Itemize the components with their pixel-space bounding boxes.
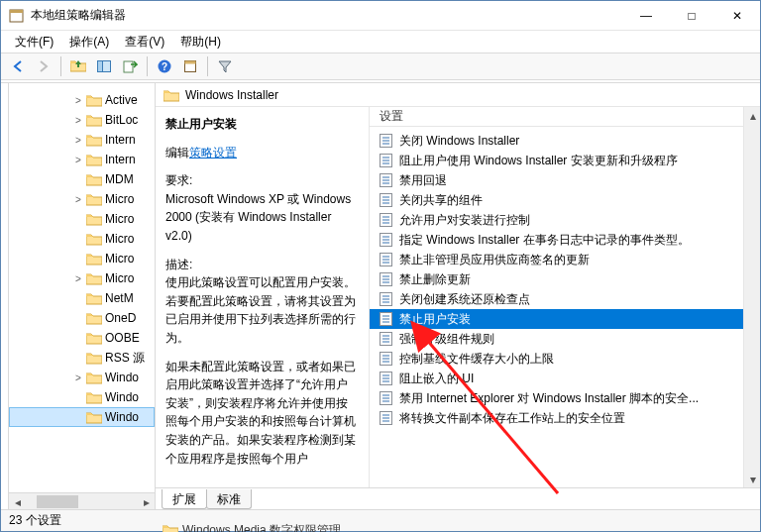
policy-item[interactable]: 将转换文件副本保存在工作站上的安全位置 xyxy=(370,408,743,428)
policy-item[interactable]: 强制升级组件规则 xyxy=(370,329,743,349)
policy-item[interactable]: 关闭 Windows Installer xyxy=(370,131,743,151)
scroll-right-icon[interactable]: ▸ xyxy=(138,493,155,509)
tree-body[interactable]: >Active>BitLoc>Intern>InternMDM>MicroMic… xyxy=(9,83,155,492)
list-header[interactable]: 设置 xyxy=(370,107,743,127)
menubar: 文件(F) 操作(A) 查看(V) 帮助(H) xyxy=(1,31,760,53)
app-icon xyxy=(9,8,25,24)
tree-item[interactable]: Micro xyxy=(9,209,155,229)
menu-view[interactable]: 查看(V) xyxy=(117,32,172,53)
minimize-button[interactable]: — xyxy=(623,1,669,30)
tree-twisty-icon[interactable]: > xyxy=(72,273,84,284)
column-setting[interactable]: 设置 xyxy=(380,108,743,125)
tree-item[interactable]: >Intern xyxy=(9,130,155,150)
policy-item[interactable]: 关闭共享的组件 xyxy=(370,190,743,210)
policy-item[interactable]: 控制基线文件缓存大小的上限 xyxy=(370,349,743,369)
tree-item[interactable]: Micro xyxy=(9,249,155,268)
tree-item[interactable]: Windo xyxy=(9,387,155,407)
menu-file[interactable]: 文件(F) xyxy=(7,32,61,53)
policy-item[interactable]: 指定 Windows Installer 在事务日志中记录的事件类型。 xyxy=(370,230,743,250)
tree-item[interactable]: RSS 源 xyxy=(9,348,155,368)
close-button[interactable]: ✕ xyxy=(714,1,760,30)
tree-twisty-icon[interactable]: > xyxy=(72,135,84,146)
menu-action[interactable]: 操作(A) xyxy=(61,32,117,53)
tree-item[interactable]: >Active xyxy=(9,90,155,110)
list-vscrollbar[interactable]: ▴ ▾ xyxy=(743,107,760,487)
settings-list-area: 设置 关闭 Windows Installer阻止用户使用 Windows In… xyxy=(370,107,760,487)
tab-extended[interactable]: 扩展 xyxy=(162,489,207,509)
folder-icon xyxy=(86,410,102,424)
toolbar: ? xyxy=(1,53,760,80)
policy-label: 禁用回退 xyxy=(399,172,447,189)
tree-item[interactable]: >Micro xyxy=(9,268,155,288)
policy-item[interactable]: 关闭创建系统还原检查点 xyxy=(370,289,743,309)
tree-item[interactable]: >Intern xyxy=(9,150,155,169)
policy-icon xyxy=(378,133,393,149)
forward-button[interactable] xyxy=(32,55,55,77)
scroll-up-icon[interactable]: ▴ xyxy=(744,107,761,124)
policy-item[interactable]: 禁止非管理员应用供应商签名的更新 xyxy=(370,250,743,269)
scroll-down-icon[interactable]: ▾ xyxy=(744,471,761,487)
tree-item[interactable]: MDM xyxy=(9,169,155,189)
tree-item[interactable]: OOBE xyxy=(9,328,155,348)
tree-twisty-icon[interactable]: > xyxy=(72,115,84,126)
policy-item[interactable]: 阻止用户使用 Windows Installer 安装更新和升级程序 xyxy=(370,151,743,170)
window-controls: — □ ✕ xyxy=(623,1,760,30)
tree-twisty-icon[interactable]: > xyxy=(72,95,84,106)
policy-icon xyxy=(378,212,393,228)
policy-icon xyxy=(378,192,393,208)
help-button[interactable]: ? xyxy=(153,55,176,77)
folder-icon xyxy=(86,311,102,325)
tree-item-label: OneD xyxy=(105,311,136,325)
tree-twisty-icon[interactable]: > xyxy=(72,372,84,383)
edit-policy-link[interactable]: 策略设置 xyxy=(189,146,237,160)
folder-icon xyxy=(163,88,179,102)
back-button[interactable] xyxy=(6,55,30,77)
policy-item[interactable]: 允许用户对安装进行控制 xyxy=(370,210,743,230)
list-body[interactable]: 关闭 Windows Installer阻止用户使用 Windows Insta… xyxy=(370,127,743,487)
tree-item-label: Micro xyxy=(105,232,134,246)
policy-item[interactable]: 阻止嵌入的 UI xyxy=(370,369,743,388)
titlebar: 本地组策略编辑器 — □ ✕ xyxy=(1,1,760,31)
tree-item[interactable]: >Micro xyxy=(9,189,155,209)
tree-item-label: MDM xyxy=(105,172,134,186)
tree-item[interactable]: >BitLoc xyxy=(9,110,155,130)
requirements-text: Microsoft Windows XP 或 Windows 2000 (安装有… xyxy=(165,190,359,246)
scroll-thumb[interactable] xyxy=(37,495,78,508)
policy-item[interactable]: 禁用 Internet Explorer 对 Windows Installer… xyxy=(370,388,743,408)
view-tabs: 扩展 标准 xyxy=(156,487,760,509)
policy-label: 指定 Windows Installer 在事务日志中记录的事件类型。 xyxy=(399,232,690,249)
tree-item[interactable]: Windo xyxy=(9,407,155,427)
tree-item-label: RSS 源 xyxy=(105,350,145,367)
maximize-button[interactable]: □ xyxy=(669,1,714,30)
folder-icon xyxy=(86,371,102,384)
requirements-label: 要求: xyxy=(165,171,359,190)
show-hide-tree-button[interactable] xyxy=(92,55,116,77)
tree-item[interactable]: Micro xyxy=(9,229,155,249)
up-button[interactable] xyxy=(66,55,90,77)
tree-item[interactable]: NetM xyxy=(9,288,155,308)
policy-icon xyxy=(378,331,393,347)
tree-item[interactable]: OneD xyxy=(9,308,155,328)
policy-icon xyxy=(378,153,393,168)
policy-label: 允许用户对安装进行控制 xyxy=(399,212,530,229)
window-title: 本地组策略编辑器 xyxy=(31,7,623,24)
menu-help[interactable]: 帮助(H) xyxy=(172,32,229,53)
policy-item[interactable]: 禁止删除更新 xyxy=(370,269,743,289)
properties-button[interactable] xyxy=(178,55,202,77)
selected-policy-title: 禁止用户安装 xyxy=(165,115,359,134)
policy-item[interactable]: 禁止用户安装 xyxy=(370,309,743,329)
tree-pane: >Active>BitLoc>Intern>InternMDM>MicroMic… xyxy=(9,83,156,509)
policy-label: 关闭共享的组件 xyxy=(399,192,483,209)
edit-prefix: 编辑 xyxy=(165,146,189,160)
tree-twisty-icon[interactable]: > xyxy=(72,194,84,205)
tree-item[interactable]: >Windo xyxy=(9,368,155,387)
policy-item[interactable]: 禁用回退 xyxy=(370,170,743,190)
tab-standard[interactable]: 标准 xyxy=(206,489,252,509)
tree-item-label: Intern xyxy=(105,153,136,166)
policy-icon xyxy=(378,371,393,386)
tree-twisty-icon[interactable]: > xyxy=(72,155,84,165)
filter-button[interactable] xyxy=(213,55,237,77)
tree-hscrollbar[interactable]: ◂ ▸ xyxy=(9,492,155,509)
export-list-button[interactable] xyxy=(118,55,142,77)
scroll-left-icon[interactable]: ◂ xyxy=(9,493,26,509)
